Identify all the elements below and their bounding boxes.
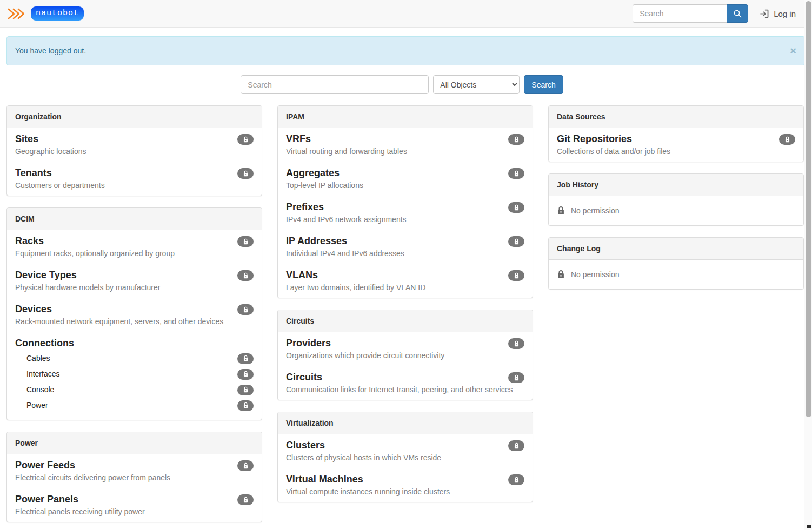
panel-item: VRFsVirtual routing and forwarding table… <box>278 128 533 162</box>
alert-close-icon[interactable]: × <box>790 47 796 55</box>
group-link-row: Console <box>15 382 254 398</box>
no-permission-row: No permission <box>549 196 803 225</box>
panel-circuits: CircuitsProvidersOrganizations which pro… <box>277 310 533 400</box>
group-link-row: Cables <box>15 351 254 366</box>
panel-header: Virtualization <box>278 412 533 434</box>
panel-item: Power PanelsElectrical panels receiving … <box>7 488 262 522</box>
lock-badge-icon <box>508 440 524 451</box>
lock-badge-icon <box>237 385 254 395</box>
item-subtitle: Organizations which provide circuit conn… <box>286 351 524 361</box>
item-title: Connections <box>15 337 254 350</box>
panel-body: RacksEquipment racks, optionally organiz… <box>7 230 262 420</box>
item-title: Power Feeds <box>15 459 254 472</box>
nautobot-logo[interactable]: nautobot <box>8 6 84 21</box>
login-icon <box>759 9 769 19</box>
login-label: Log in <box>774 9 796 18</box>
item-subtitle: Layer two domains, identified by VLAN ID <box>286 283 524 293</box>
item-subtitle: Rack-mounted network equipment, servers,… <box>15 317 254 327</box>
item-subtitle: Customers or departments <box>15 180 254 191</box>
item-subtitle: Electrical panels receiving utility powe… <box>15 507 254 517</box>
panel-item: Git RepositoriesCollections of data and/… <box>549 128 803 162</box>
no-permission-label: No permission <box>571 269 619 280</box>
item-title: Git Repositories <box>557 133 795 145</box>
panel-item: DevicesRack-mounted network equipment, s… <box>7 298 262 332</box>
lock-badge-icon <box>508 134 524 145</box>
lock-badge-icon <box>508 236 524 247</box>
group-link-label: Power <box>26 400 48 411</box>
panel-data-sources: Data SourcesGit RepositoriesCollections … <box>548 105 804 162</box>
item-title: Device Types <box>15 269 254 281</box>
item-title: Clusters <box>286 439 524 452</box>
item-title: VLANs <box>286 269 524 281</box>
item-subtitle: Individual IPv4 and IPv6 addresses <box>286 249 524 259</box>
global-search-bar: All Objects Search <box>0 75 804 94</box>
search-scope-select[interactable]: All Objects <box>433 75 520 94</box>
panel-column: OrganizationSitesGeographic locationsTen… <box>6 105 262 530</box>
lock-badge-icon <box>508 168 524 179</box>
navbar: nautobot Log in <box>0 0 812 28</box>
panel-item: AggregatesTop-level IP allocations <box>278 162 533 196</box>
navbar-search-button[interactable] <box>727 4 748 23</box>
panel-item: VLANsLayer two domains, identified by VL… <box>278 264 533 298</box>
login-link[interactable]: Log in <box>759 9 796 19</box>
panel-item: TenantsCustomers or departments <box>7 162 262 196</box>
item-subtitle: Communication links for Internet transit… <box>286 385 524 395</box>
lock-badge-icon <box>508 270 524 281</box>
panel-header: Power <box>7 432 262 454</box>
panel-body: ClustersClusters of physical hosts in wh… <box>278 434 533 502</box>
lock-badge-icon <box>237 168 254 179</box>
panel-body: SitesGeographic locationsTenantsCustomer… <box>7 128 262 196</box>
page-corner-artifact <box>807 525 811 528</box>
navbar-search-input[interactable] <box>633 4 727 23</box>
item-subtitle: Physical hardware models by manufacturer <box>15 283 254 293</box>
lock-badge-icon <box>237 304 254 315</box>
lock-badge-icon <box>508 202 524 213</box>
lock-badge-icon <box>508 372 524 383</box>
group-link-row: Interfaces <box>15 366 254 382</box>
lock-badge-icon <box>237 134 254 145</box>
item-title: Power Panels <box>15 493 254 506</box>
panel-item: SitesGeographic locations <box>7 128 262 162</box>
lock-icon <box>557 206 565 216</box>
panel-dcim: DCIMRacksEquipment racks, optionally org… <box>6 207 262 420</box>
scrollbar-thumb[interactable] <box>806 1 811 417</box>
group-links: CablesInterfacesConsolePower <box>15 351 254 413</box>
logout-alert: You have logged out. × <box>6 36 805 65</box>
search-icon <box>733 9 742 18</box>
group-link-label: Interfaces <box>26 368 59 380</box>
item-subtitle: Virtual compute instances running inside… <box>286 487 524 497</box>
item-title: Providers <box>286 337 524 350</box>
panel-header: Change Log <box>549 238 803 260</box>
panel-item: CircuitsCommunication links for Internet… <box>278 366 533 400</box>
lock-badge-icon <box>237 494 254 505</box>
panel-header: DCIM <box>7 208 262 230</box>
search-button[interactable]: Search <box>524 75 563 94</box>
item-title: Circuits <box>286 371 524 384</box>
item-subtitle: Collections of data and/or job files <box>557 146 795 157</box>
scrollbar-track[interactable] <box>804 0 812 530</box>
item-title: Aggregates <box>286 167 524 179</box>
panel-header: Organization <box>7 106 262 128</box>
item-title: Prefixes <box>286 201 524 213</box>
navbar-search <box>633 4 748 23</box>
item-title: Virtual Machines <box>286 473 524 486</box>
lock-badge-icon <box>237 270 254 281</box>
no-permission-label: No permission <box>571 205 619 217</box>
panel-item: Power FeedsElectrical circuits deliverin… <box>7 454 262 488</box>
panel-item: RacksEquipment racks, optionally organiz… <box>7 230 262 264</box>
panel-column: IPAMVRFsVirtual routing and forwarding t… <box>277 105 533 514</box>
panel-header: IPAM <box>278 106 533 128</box>
lock-badge-icon <box>237 353 254 364</box>
panel-columns: OrganizationSitesGeographic locationsTen… <box>6 105 804 530</box>
lock-badge-icon <box>508 474 524 485</box>
global-search-input[interactable] <box>241 75 429 94</box>
lock-badge-icon <box>508 338 524 349</box>
logo-wordmark: nautobot <box>31 6 84 21</box>
item-subtitle: Geographic locations <box>15 146 254 157</box>
item-subtitle: Top-level IP allocations <box>286 180 524 191</box>
panel-body: Power FeedsElectrical circuits deliverin… <box>7 454 262 522</box>
lock-badge-icon <box>237 369 254 380</box>
panel-item: PrefixesIPv4 and IPv6 network assignment… <box>278 196 533 230</box>
panel-item: IP AddressesIndividual IPv4 and IPv6 add… <box>278 230 533 264</box>
panel-change-log: Change LogNo permission <box>548 237 804 290</box>
